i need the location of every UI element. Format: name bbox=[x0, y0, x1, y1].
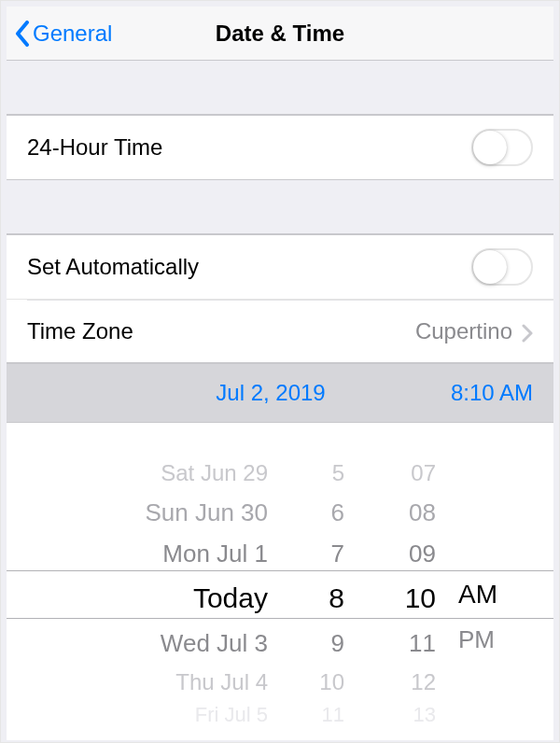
toggle-24-hour[interactable] bbox=[471, 129, 533, 166]
picker-item-selected[interactable]: Today bbox=[193, 574, 268, 623]
picker-item-selected[interactable]: 10 bbox=[405, 574, 436, 623]
picker-column-date[interactable]: Sat Jun 29 Sun Jun 30 Mon Jul 1 Today We… bbox=[63, 423, 277, 740]
section-gap bbox=[7, 180, 553, 234]
picker-column-minute[interactable]: 07 08 09 10 11 12 13 bbox=[361, 423, 445, 740]
picker-item[interactable]: Sat Jun 29 bbox=[161, 455, 268, 492]
picker-item[interactable]: 9 bbox=[331, 623, 344, 664]
row-24-hour-time[interactable]: 24-Hour Time bbox=[7, 116, 553, 179]
picker-column-hour[interactable]: 5 6 7 8 9 10 11 bbox=[277, 423, 361, 740]
picker-item[interactable]: 12 bbox=[411, 664, 436, 701]
picker-item[interactable]: Thu Jul 4 bbox=[175, 664, 268, 701]
datetime-picker[interactable]: Sat Jun 29 Sun Jun 30 Mon Jul 1 Today We… bbox=[7, 423, 553, 740]
row-time-zone[interactable]: Time Zone Cupertino bbox=[7, 299, 553, 362]
picker-item[interactable]: 5 bbox=[332, 455, 344, 492]
time-zone-value: Cupertino bbox=[415, 318, 512, 344]
back-label: General bbox=[33, 21, 112, 47]
row-label: Time Zone bbox=[27, 318, 133, 344]
nav-bar: General Date & Time bbox=[7, 7, 553, 61]
picker-item[interactable]: PM bbox=[458, 619, 495, 660]
picker-item[interactable]: 6 bbox=[331, 492, 344, 533]
selected-date: Jul 2, 2019 bbox=[27, 380, 402, 406]
row-label: Set Automatically bbox=[27, 254, 199, 280]
row-label: 24-Hour Time bbox=[27, 134, 162, 161]
picker-item[interactable]: Wed Jul 3 bbox=[161, 623, 268, 664]
picker-item[interactable]: 07 bbox=[411, 455, 436, 492]
picker-item[interactable]: 09 bbox=[409, 533, 436, 574]
picker-item-selected[interactable]: 8 bbox=[329, 574, 344, 623]
back-button[interactable]: General bbox=[7, 21, 112, 47]
section-auto-timezone: Set Automatically Time Zone Cupertino bbox=[7, 234, 553, 363]
selected-time: 8:10 AM bbox=[402, 380, 533, 406]
chevron-left-icon bbox=[14, 21, 31, 47]
picker-item[interactable]: Mon Jul 1 bbox=[162, 533, 268, 574]
picker-item[interactable]: 13 bbox=[413, 701, 436, 729]
picker-item[interactable]: 10 bbox=[319, 664, 344, 701]
section-24hour: 24-Hour Time bbox=[7, 115, 553, 180]
picker-item[interactable]: Fri Jul 5 bbox=[195, 701, 268, 729]
row-current-datetime[interactable]: Jul 2, 2019 8:10 AM bbox=[7, 363, 553, 423]
picker-item[interactable]: 11 bbox=[322, 701, 344, 729]
picker-column-ampm[interactable]: AM PM bbox=[445, 423, 520, 740]
toggle-set-automatically[interactable] bbox=[471, 248, 533, 286]
picker-item-selected[interactable]: AM bbox=[458, 570, 497, 619]
picker-item[interactable]: 08 bbox=[409, 492, 436, 533]
picker-item[interactable]: 7 bbox=[331, 533, 344, 574]
row-set-automatically[interactable]: Set Automatically bbox=[7, 235, 553, 299]
chevron-right-icon bbox=[522, 322, 533, 341]
picker-item[interactable]: Sun Jun 30 bbox=[145, 492, 268, 533]
picker-item[interactable]: 11 bbox=[409, 623, 436, 664]
section-gap bbox=[7, 61, 553, 115]
toggle-knob bbox=[473, 250, 507, 284]
toggle-knob bbox=[473, 131, 507, 164]
